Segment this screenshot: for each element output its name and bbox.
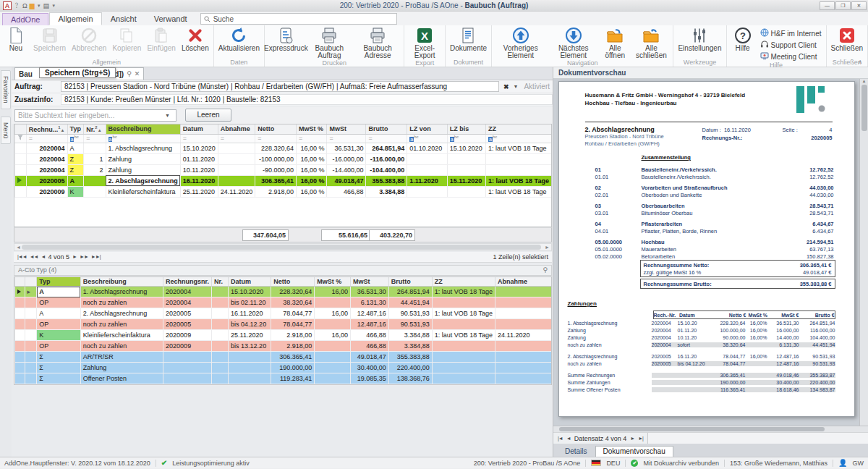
grid-row-Σ[interactable]: ΣAR/TR/SR306.365,4149.018,47355.383,88 bbox=[15, 352, 552, 363]
cell-mwst[interactable]: -16.000,00 bbox=[327, 153, 366, 164]
cell-zz[interactable] bbox=[486, 153, 551, 164]
cell-mwst[interactable]: 49.018,47 bbox=[351, 352, 389, 363]
auftrag-field[interactable]: 82153 | Preussen Stadion - Nord Tribüne … bbox=[61, 81, 499, 92]
cell-brutto[interactable]: 44.451,94 bbox=[388, 297, 432, 308]
user-info[interactable]: 153: Große Wiedemann, Matthias bbox=[730, 460, 827, 467]
cell-rechnr[interactable]: 2020005 bbox=[163, 308, 212, 319]
restore-button[interactable]: ❐ bbox=[835, 1, 851, 10]
cell-netto[interactable]: 119.283,41 bbox=[271, 373, 315, 384]
cell-zz[interactable]: 1: laut VOB 18 Tage bbox=[486, 186, 551, 197]
sidebar-tab-menue[interactable]: Menü bbox=[1, 117, 11, 145]
cell-typ[interactable]: K bbox=[37, 330, 80, 341]
cell-netto[interactable]: 2.918,00 bbox=[271, 341, 315, 352]
cell-zz[interactable] bbox=[432, 363, 495, 373]
grid-row-2020005[interactable]: A2. Abschlagsrechnung202000516.11.202078… bbox=[15, 308, 552, 319]
cell-datum[interactable]: 25.11.2020 bbox=[229, 330, 271, 341]
alle-schlieen-button[interactable]: Alle schließen bbox=[631, 26, 671, 59]
cell-marker[interactable] bbox=[15, 175, 27, 186]
column-header-nr[interactable]: Nr. bbox=[212, 277, 229, 287]
cell-lzvon[interactable]: 01.10.2020 bbox=[407, 143, 448, 153]
filter-cell-lzbis[interactable]: abc bbox=[447, 134, 485, 143]
help-icon[interactable]: ﹖ bbox=[14, 1, 20, 10]
cell-beschr[interactable]: Zahlung bbox=[80, 363, 163, 373]
column-header-m2[interactable] bbox=[25, 277, 37, 287]
nchstes-element-button[interactable]: Nächstes Element bbox=[548, 26, 599, 59]
cell-mwstp[interactable]: 16,00 % bbox=[296, 143, 327, 153]
cell-beschr[interactable]: Zahlung bbox=[106, 153, 180, 164]
filter-cell-marker[interactable] bbox=[15, 134, 27, 143]
aktualisieren-button[interactable]: Aktualisieren bbox=[216, 26, 263, 52]
cell-beschr[interactable]: 2. Abschlagsrechnung bbox=[106, 175, 180, 186]
vorheriges-element-button[interactable]: Vorheriges Element bbox=[493, 26, 548, 59]
cell-brutto[interactable]: 90.531,93 bbox=[388, 319, 432, 330]
cell-abnahme[interactable] bbox=[218, 143, 255, 153]
cell-abnahme[interactable] bbox=[495, 363, 551, 373]
cell-mwstp[interactable]: 16,00 bbox=[315, 308, 351, 319]
expressdruck-button[interactable]: Expressdruck bbox=[266, 26, 306, 52]
column-header-typ[interactable]: Typ bbox=[67, 124, 84, 134]
cell-brutto[interactable]: 3.384,88 bbox=[388, 341, 432, 352]
cell-m1[interactable] bbox=[15, 352, 25, 363]
cell-mwstp[interactable]: 16,00 bbox=[315, 330, 351, 341]
cell-m1[interactable] bbox=[15, 308, 25, 319]
cell-abnahme[interactable] bbox=[495, 341, 551, 352]
grid-row-2020004[interactable]: 2020004Z1Zahlung01.11.2020-100.000,0016,… bbox=[15, 153, 552, 164]
cell-mwst[interactable]: 36.531,30 bbox=[327, 143, 366, 153]
cell-rechnr[interactable]: 2020009 bbox=[163, 341, 212, 352]
cell-zz[interactable] bbox=[486, 164, 551, 175]
cell-abnahme[interactable] bbox=[495, 352, 551, 363]
cell-beschr[interactable]: 2. Abschlagsrechnung bbox=[80, 308, 163, 319]
cell-mwst[interactable]: 30.400,00 bbox=[351, 363, 389, 373]
column-header-brutto[interactable]: Brutto bbox=[366, 124, 407, 134]
cell-brutto[interactable]: -116.000,00 bbox=[366, 153, 407, 164]
cell-m2[interactable] bbox=[25, 352, 37, 363]
cell-netto[interactable]: 2.918,00 bbox=[255, 186, 297, 197]
filter-cell-nr[interactable]: = bbox=[84, 134, 106, 143]
cell-typ[interactable]: OP bbox=[37, 297, 80, 308]
meeting-client-button[interactable]: Meeting Client bbox=[760, 51, 822, 62]
cell-lzvon[interactable] bbox=[407, 186, 448, 197]
preview-tab-dokumentvorschau[interactable]: Dokumentvorschau bbox=[595, 446, 673, 457]
column-header-m1[interactable] bbox=[15, 277, 25, 287]
column-header-beschr[interactable]: Beschreibung bbox=[80, 277, 163, 287]
cell-abnahme[interactable] bbox=[495, 373, 551, 384]
cell-netto[interactable]: -100.000,00 bbox=[255, 153, 297, 164]
cell-marker[interactable] bbox=[15, 186, 27, 197]
cell-mwstp[interactable] bbox=[315, 352, 351, 363]
grid-row-2020004[interactable]: 2020004Z2Zahlung10.11.2020-90.000,0016,0… bbox=[15, 164, 552, 175]
hilfe-button[interactable]: ?Hilfe bbox=[728, 26, 757, 52]
column-header-nr[interactable]: Nr.2▲ bbox=[84, 124, 106, 134]
cell-mwstp[interactable]: 16,00 % bbox=[296, 175, 327, 186]
cell-rechnr[interactable] bbox=[163, 363, 212, 373]
cell-beschr[interactable]: 1. Abschlagsrechnung bbox=[106, 143, 180, 153]
ribbon-tab-addone[interactable]: AddOne bbox=[2, 13, 48, 25]
chevron-down-icon[interactable]: ▼ bbox=[514, 84, 522, 89]
cell-rechnr[interactable]: 2020004 bbox=[26, 164, 67, 175]
last-record-icon[interactable]: ►| bbox=[638, 436, 643, 441]
scroll-left-icon[interactable]: ◄ bbox=[16, 244, 21, 250]
cell-datum[interactable]: bis 02.11.20 bbox=[229, 297, 271, 308]
cell-mwstp[interactable]: 16,00 bbox=[315, 287, 351, 297]
filter-cell-mwstp[interactable]: = bbox=[296, 134, 327, 143]
cell-netto[interactable]: 2.918,00 bbox=[271, 330, 315, 341]
cell-datum[interactable]: 16.11.2020 bbox=[229, 308, 271, 319]
filter-cell-rechnr[interactable]: = bbox=[26, 134, 67, 143]
ribbon-tab-verwandt[interactable]: Verwandt bbox=[145, 12, 196, 25]
cell-mwstp[interactable] bbox=[315, 319, 351, 330]
cell-m1[interactable] bbox=[15, 373, 25, 384]
cell-netto[interactable]: 78.044,77 bbox=[271, 319, 315, 330]
column-header-beschr[interactable]: Beschreibung bbox=[106, 124, 180, 134]
filter-cell-brutto[interactable]: = bbox=[366, 134, 407, 143]
cell-zz[interactable]: 1: laut VOB 18 Tage bbox=[432, 287, 495, 297]
next-group-icon[interactable]: ►► bbox=[80, 254, 88, 259]
ribbon-tab-allgemein[interactable]: Allgemein bbox=[49, 12, 101, 25]
filter-cell-zz[interactable]: abc bbox=[486, 134, 551, 143]
cell-typ[interactable]: A bbox=[67, 143, 84, 153]
cell-beschr[interactable]: Kleinlieferscheinfaktura bbox=[80, 330, 163, 341]
column-header-netto[interactable]: Netto bbox=[271, 277, 315, 287]
close-tab-icon[interactable]: ✕ bbox=[135, 70, 140, 77]
cell-zz[interactable] bbox=[432, 341, 495, 352]
cell-zz[interactable]: 1: laut VOB 18 Tage bbox=[432, 330, 495, 341]
close-window-button[interactable]: ✕ bbox=[851, 1, 867, 10]
cell-beschr[interactable]: Zahlung bbox=[106, 164, 180, 175]
